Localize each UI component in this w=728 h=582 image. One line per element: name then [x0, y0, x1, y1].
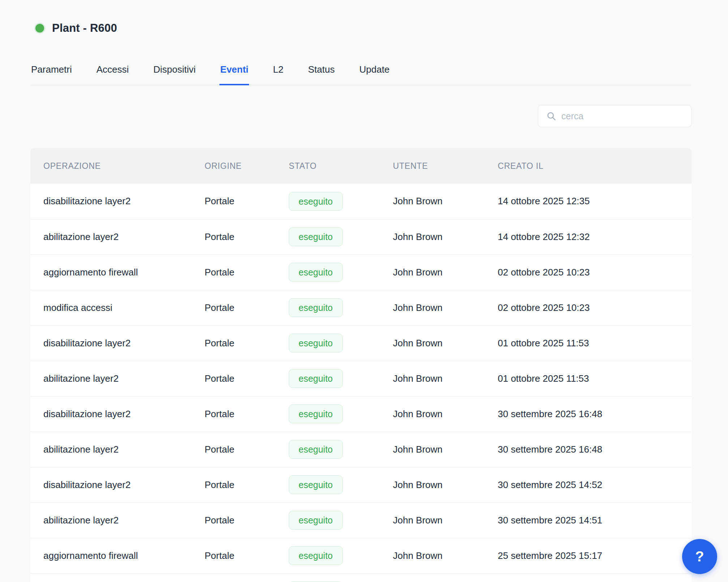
column-header: STATO [289, 148, 393, 184]
status-badge: eseguito [289, 405, 343, 423]
cell-creato-il: 02 ottobre 2025 10:23 [498, 290, 691, 325]
page-title: Plant - R600 [52, 22, 117, 35]
cell-utente: John Brown [393, 396, 498, 432]
cell-stato: eseguito [289, 467, 393, 502]
cell-operazione: disabilitazione layer2 [30, 467, 205, 502]
cell-stato: eseguito [289, 290, 393, 325]
status-badge: eseguito [289, 227, 343, 246]
cell-utente: John Brown [393, 467, 498, 502]
events-table: OPERAZIONEORIGINESTATOUTENTECREATO IL di… [30, 148, 691, 582]
cell-origine: Portale [205, 432, 289, 467]
cell-creato-il: 02 ottobre 2025 10:23 [498, 254, 691, 290]
cell-utente: John Brown [393, 432, 498, 467]
cell-operazione: abilitazione layer2 [30, 219, 205, 254]
cell-operazione: modifica accessi [30, 290, 205, 325]
tab-status[interactable]: Status [307, 64, 335, 85]
cell-stato: eseguito [289, 502, 393, 538]
cell-stato: eseguito [289, 325, 393, 361]
cell-utente [393, 573, 498, 582]
table-row: abilitazione layer2PortaleeseguitoJohn B… [30, 219, 691, 254]
cell-utente: John Brown [393, 538, 498, 573]
cell-origine: Portale [205, 290, 289, 325]
cell-operazione: abilitazione layer2 [30, 502, 205, 538]
table-row: abilitazione layer2PortaleeseguitoJohn B… [30, 432, 691, 467]
table-header-row: OPERAZIONEORIGINESTATOUTENTECREATO IL [30, 148, 691, 184]
plant-title-row: Plant - R600 [30, 20, 691, 36]
cell-creato-il: 30 settembre 2025 16:48 [498, 432, 691, 467]
help-button[interactable]: ? [682, 539, 717, 574]
tab-update[interactable]: Update [359, 64, 390, 85]
tab-bar: ParametriAccessiDispositiviEventiL2Statu… [30, 64, 691, 85]
status-badge: eseguito [289, 511, 343, 530]
search-icon [546, 111, 556, 121]
cell-utente: John Brown [393, 184, 498, 219]
cell-stato: eseguito [289, 573, 393, 582]
cell-operazione: disabilitazione layer2 [30, 325, 205, 361]
tab-eventi[interactable]: Eventi [219, 64, 249, 85]
tab-parametri[interactable]: Parametri [30, 64, 73, 85]
cell-origine: Portale [205, 502, 289, 538]
cell-origine: Portale [205, 467, 289, 502]
cell-operazione: disabilitazione layer2 [30, 184, 205, 219]
cell-utente: John Brown [393, 219, 498, 254]
cell-creato-il: 14 ottobre 2025 12:35 [498, 184, 691, 219]
cell-creato-il: 30 settembre 2025 16:48 [498, 396, 691, 432]
table-row: modifica accessiPortaleeseguitoJohn Brow… [30, 290, 691, 325]
cell-operazione: abilitazione layer2 [30, 361, 205, 396]
search-box[interactable] [538, 105, 691, 127]
cell-origine: Portale [205, 254, 289, 290]
cell-origine: Portale [205, 219, 289, 254]
table-row: eseguito [30, 573, 691, 582]
cell-creato-il: 30 settembre 2025 14:52 [498, 467, 691, 502]
cell-creato-il: 01 ottobre 2025 11:53 [498, 361, 691, 396]
table-row: disabilitazione layer2PortaleeseguitoJoh… [30, 184, 691, 219]
tab-l2[interactable]: L2 [272, 64, 284, 85]
cell-creato-il: 25 settembre 2025 15:17 [498, 538, 691, 573]
table-row: aggiornamento firewallPortaleeseguitoJoh… [30, 538, 691, 573]
cell-utente: John Brown [393, 325, 498, 361]
table-row: aggiornamento firewallPortaleeseguitoJoh… [30, 254, 691, 290]
cell-operazione: disabilitazione layer2 [30, 396, 205, 432]
toolbar [30, 105, 691, 127]
cell-origine: Portale [205, 361, 289, 396]
status-badge: eseguito [289, 475, 343, 494]
cell-operazione: aggiornamento firewall [30, 538, 205, 573]
cell-stato: eseguito [289, 361, 393, 396]
column-header: OPERAZIONE [30, 148, 205, 184]
cell-operazione: abilitazione layer2 [30, 432, 205, 467]
cell-stato: eseguito [289, 219, 393, 254]
table-row: abilitazione layer2PortaleeseguitoJohn B… [30, 502, 691, 538]
column-header: CREATO IL [498, 148, 691, 184]
cell-stato: eseguito [289, 254, 393, 290]
tab-accessi[interactable]: Accessi [96, 64, 130, 85]
cell-utente: John Brown [393, 502, 498, 538]
status-badge: eseguito [289, 263, 343, 282]
cell-origine: Portale [205, 325, 289, 361]
cell-creato-il [498, 573, 691, 582]
table-row: abilitazione layer2PortaleeseguitoJohn B… [30, 361, 691, 396]
status-badge: eseguito [289, 440, 343, 459]
status-badge: eseguito [289, 298, 343, 317]
cell-origine: Portale [205, 184, 289, 219]
status-badge: eseguito [289, 546, 343, 565]
cell-utente: John Brown [393, 361, 498, 396]
page: Plant - R600 ParametriAccessiDispositivi… [0, 0, 728, 582]
table-row: disabilitazione layer2PortaleeseguitoJoh… [30, 467, 691, 502]
tab-dispositivi[interactable]: Dispositivi [153, 64, 196, 85]
table-row: disabilitazione layer2PortaleeseguitoJoh… [30, 325, 691, 361]
cell-utente: John Brown [393, 290, 498, 325]
plant-online-dot [35, 24, 44, 33]
cell-origine: Portale [205, 396, 289, 432]
table-row: disabilitazione layer2PortaleeseguitoJoh… [30, 396, 691, 432]
search-input[interactable] [561, 111, 683, 121]
cell-stato: eseguito [289, 538, 393, 573]
cell-utente: John Brown [393, 254, 498, 290]
cell-origine: Portale [205, 538, 289, 573]
cell-stato: eseguito [289, 184, 393, 219]
column-header: UTENTE [393, 148, 498, 184]
cell-operazione: aggiornamento firewall [30, 254, 205, 290]
column-header: ORIGINE [205, 148, 289, 184]
content-container: Plant - R600 ParametriAccessiDispositivi… [0, 0, 728, 582]
cell-creato-il: 14 ottobre 2025 12:32 [498, 219, 691, 254]
cell-creato-il: 01 ottobre 2025 11:53 [498, 325, 691, 361]
